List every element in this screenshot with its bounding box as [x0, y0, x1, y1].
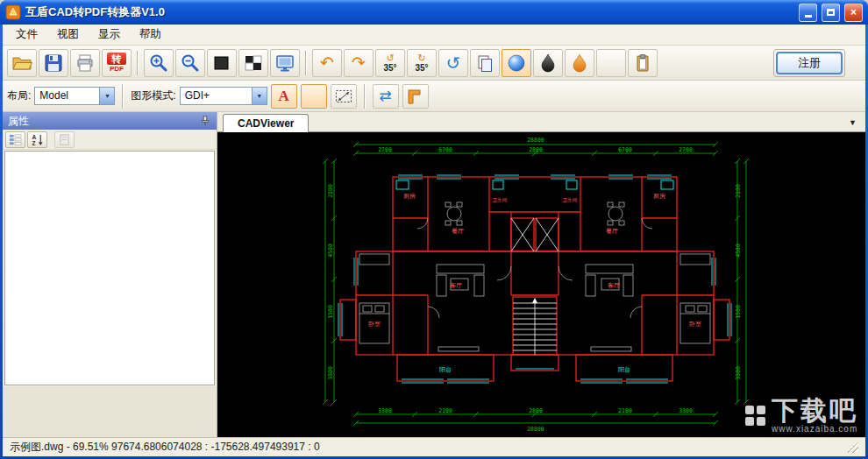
watermark-title: 下载吧 [772, 398, 858, 424]
menu-file[interactable]: 文件 [6, 25, 47, 45]
resize-grip[interactable] [847, 441, 858, 453]
undo-icon: ↶ [320, 54, 334, 71]
zoom-out-icon [180, 53, 201, 74]
background-swatch-button[interactable] [207, 49, 237, 77]
svg-text:6700: 6700 [618, 146, 632, 153]
dimension-text: 28800 2700 6700 2800 6700 2700 3300 2100… [327, 137, 742, 433]
panel-empty-area [3, 386, 217, 437]
secondary-toolbar: 布局: Model ▼ 图形模式: GDI+ ▼ A ⇄ [3, 81, 865, 112]
paste-button[interactable] [628, 49, 658, 77]
text-style-button[interactable]: A [271, 84, 297, 109]
zoom-extents-button[interactable] [331, 84, 357, 109]
svg-text:3300: 3300 [679, 407, 693, 414]
black-swatch-icon [211, 53, 232, 74]
close-button[interactable]: × [844, 4, 863, 22]
svg-text:客厅: 客厅 [608, 282, 620, 288]
invert-colors-button[interactable] [238, 49, 268, 77]
svg-text:Z: Z [32, 140, 35, 146]
svg-text:厨房: 厨房 [653, 193, 665, 199]
dark-droplet-icon [537, 53, 559, 74]
svg-text:1500: 1500 [735, 305, 742, 319]
minimize-button[interactable] [799, 4, 817, 22]
svg-text:餐厅: 餐厅 [606, 228, 618, 234]
rotate-cw-icon: ↻ [417, 54, 425, 63]
alphabetical-sort-button[interactable]: A Z [27, 131, 47, 148]
properties-toolbar: A Z [3, 130, 217, 150]
viewer-area: CADViewer ▼ [217, 112, 865, 437]
copy-button[interactable] [470, 49, 500, 77]
register-panel: 注册 [773, 49, 845, 77]
property-pages-button[interactable] [54, 131, 75, 148]
swap-orientation-button[interactable]: ⇄ [373, 84, 399, 109]
save-icon [43, 53, 64, 74]
style-orange-drop-button[interactable] [565, 49, 594, 77]
rotate-ccw-icon: ↺ [386, 54, 394, 63]
status-bar: 示例图.dwg - 69.51% 97674.6806074028 : -175… [3, 437, 865, 456]
zoom-out-button[interactable] [175, 49, 205, 77]
convert-pdf-button[interactable]: 转 PDF [102, 49, 132, 77]
category-grid-icon [9, 133, 22, 146]
maximize-button[interactable] [822, 4, 840, 22]
print-button[interactable] [70, 49, 100, 77]
titlebar[interactable]: 互盾CAD转PDF转换器V1.0 × [0, 0, 868, 25]
zoom-in-button[interactable] [144, 49, 174, 77]
properties-list[interactable] [4, 151, 215, 385]
rotate-right-35-button[interactable]: ↻ 35° [407, 49, 437, 77]
svg-text:卧室: 卧室 [368, 321, 381, 327]
checkerboard-icon [243, 53, 264, 74]
fit-screen-button[interactable] [270, 49, 300, 77]
pin-icon[interactable] [199, 115, 211, 127]
svg-text:1500: 1500 [327, 305, 334, 319]
redo-button[interactable]: ↷ [344, 49, 374, 77]
chevron-down-icon[interactable]: ▼ [252, 88, 267, 104]
close-icon: × [850, 6, 857, 18]
redo-icon: ↷ [352, 54, 366, 71]
xiazaiba-logo-icon [745, 406, 765, 426]
letter-a-icon: A [279, 88, 289, 105]
blank-style-button[interactable] [301, 84, 327, 109]
categorized-view-button[interactable] [5, 131, 25, 148]
drawing-canvas[interactable]: 28800 2700 6700 2800 6700 2700 3300 2100… [217, 132, 865, 437]
menu-view[interactable]: 视图 [47, 25, 89, 45]
folder-open-icon [11, 53, 32, 74]
save-button[interactable] [39, 49, 68, 77]
undo-button[interactable]: ↶ [312, 49, 342, 77]
layout-combo-value: Model [35, 88, 99, 104]
svg-text:2100: 2100 [438, 407, 452, 414]
tab-cadviewer[interactable]: CADViewer [223, 114, 309, 132]
convert-pdf-icon: 转 PDF [105, 53, 128, 73]
style-sphere-button[interactable] [502, 49, 531, 77]
svg-text:3300: 3300 [378, 407, 392, 414]
graphics-mode-combo[interactable]: GDI+ ▼ [180, 87, 267, 105]
layout-combo[interactable]: Model ▼ [34, 87, 115, 105]
style-blank-button[interactable] [596, 49, 626, 77]
open-button[interactable] [7, 49, 37, 77]
measure-button[interactable] [402, 84, 429, 109]
rotate-left-35-button[interactable]: ↺ 35° [375, 49, 405, 77]
svg-text:28800: 28800 [527, 137, 544, 144]
viewer-tabstrip: CADViewer ▼ [217, 112, 865, 132]
ruler-square-icon [405, 86, 426, 107]
svg-text:2700: 2700 [378, 146, 392, 153]
style-dark-drop-button[interactable] [533, 49, 563, 77]
svg-text:4500: 4500 [327, 244, 334, 258]
menu-help[interactable]: 帮助 [130, 25, 171, 45]
chevron-down-icon[interactable]: ▼ [99, 88, 114, 104]
sphere-icon [506, 53, 527, 74]
rotate-view-button[interactable]: ↺ [438, 49, 468, 77]
svg-text:28800: 28800 [527, 426, 544, 433]
svg-text:卧室: 卧室 [689, 321, 701, 327]
svg-text:2100: 2100 [327, 184, 334, 198]
svg-text:客厅: 客厅 [450, 282, 462, 288]
svg-text:卫生间: 卫生间 [563, 197, 578, 203]
viewer-menu-arrow-icon[interactable]: ▼ [849, 118, 857, 127]
svg-text:4500: 4500 [735, 244, 742, 258]
properties-panel: 属性 A [3, 112, 217, 437]
az-sort-icon: A Z [31, 133, 44, 146]
properties-title: 属性 [8, 114, 29, 129]
register-button[interactable]: 注册 [776, 52, 843, 74]
site-watermark: 下载吧 www.xiazaiba.com [745, 398, 858, 434]
menu-display[interactable]: 显示 [89, 25, 130, 45]
svg-text:阳台: 阳台 [439, 366, 452, 373]
elevator-stair-detail [511, 218, 559, 355]
